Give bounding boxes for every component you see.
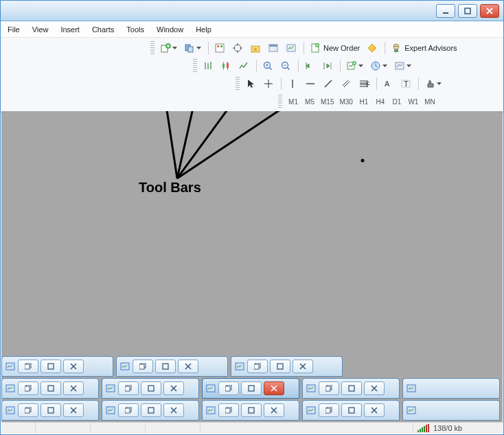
child-window[interactable] (116, 356, 228, 377)
menu-help[interactable]: Help (196, 25, 211, 34)
child-window[interactable] (231, 356, 343, 377)
child-window[interactable] (402, 400, 500, 421)
profiles-button[interactable] (181, 40, 204, 56)
child-close-button[interactable] (264, 403, 284, 417)
child-close-button[interactable] (264, 381, 284, 395)
arrows-button[interactable] (422, 76, 444, 91)
minimize-button[interactable] (436, 4, 455, 18)
child-restore-button[interactable] (18, 403, 38, 417)
fibonacci-button[interactable]: F (356, 76, 372, 91)
child-restore-button[interactable] (218, 403, 239, 417)
child-window[interactable] (202, 400, 299, 421)
market-watch-button[interactable] (211, 40, 228, 56)
child-window[interactable] (302, 400, 400, 421)
equidistant-channel-button[interactable] (338, 76, 354, 91)
child-close-button[interactable] (364, 403, 385, 417)
toolbar-grip[interactable] (236, 77, 240, 91)
child-maximize-button[interactable] (341, 381, 362, 395)
horizontal-line-button[interactable] (302, 76, 319, 91)
toolbar-grip[interactable] (278, 95, 282, 108)
text-button[interactable]: A (380, 76, 396, 91)
toolbar-grip[interactable] (193, 59, 197, 73)
timeframe-mn-button[interactable]: MN (422, 95, 438, 108)
child-restore-button[interactable] (319, 381, 339, 395)
child-maximize-button[interactable] (41, 381, 61, 395)
line-chart-button[interactable] (236, 58, 252, 73)
child-close-button[interactable] (163, 381, 184, 395)
candlestick-button[interactable] (218, 58, 234, 73)
zoom-out-button[interactable] (277, 58, 294, 73)
close-button[interactable] (480, 4, 499, 18)
child-window[interactable] (302, 378, 400, 399)
child-close-button[interactable] (63, 403, 84, 417)
child-window[interactable] (1, 378, 99, 399)
child-close-button[interactable] (63, 360, 84, 373)
child-close-button[interactable] (63, 381, 84, 395)
timeframe-m30-button[interactable]: M30 (336, 95, 355, 108)
timeframe-m1-button[interactable]: M1 (285, 95, 301, 108)
child-window[interactable] (1, 356, 113, 377)
child-restore-button[interactable] (118, 381, 139, 395)
menu-view[interactable]: View (32, 25, 49, 34)
menu-file[interactable]: File (8, 25, 20, 34)
child-maximize-button[interactable] (41, 403, 61, 417)
bar-chart-button[interactable] (200, 58, 216, 73)
child-maximize-button[interactable] (270, 360, 290, 373)
child-restore-button[interactable] (18, 381, 38, 395)
timeframe-h1-button[interactable]: H1 (356, 95, 372, 108)
terminal-button[interactable] (265, 40, 282, 56)
child-maximize-button[interactable] (241, 381, 262, 395)
menu-insert[interactable]: Insert (60, 25, 80, 34)
svg-rect-69 (48, 408, 54, 413)
child-maximize-button[interactable] (141, 381, 161, 395)
strategy-tester-button[interactable] (283, 40, 299, 56)
child-restore-button[interactable] (218, 381, 239, 395)
child-close-button[interactable] (178, 360, 198, 373)
cursor-button[interactable] (242, 76, 259, 91)
menu-window[interactable]: Window (157, 25, 183, 34)
child-close-button[interactable] (364, 381, 385, 395)
timeframe-w1-button[interactable]: W1 (405, 95, 422, 108)
menu-tools[interactable]: Tools (126, 25, 144, 34)
timeframe-m15-button[interactable]: M15 (318, 95, 336, 108)
child-maximize-button[interactable] (41, 360, 61, 373)
vertical-line-button[interactable] (284, 76, 301, 91)
auto-scroll-button[interactable] (301, 58, 318, 73)
crosshair-button[interactable] (260, 76, 277, 91)
child-restore-button[interactable] (18, 360, 38, 373)
metaquotes-button[interactable] (364, 40, 380, 56)
navigator-button[interactable] (247, 40, 264, 56)
chart-shift-button[interactable] (319, 58, 336, 73)
child-close-button[interactable] (293, 360, 313, 373)
child-window-active[interactable] (202, 378, 299, 399)
child-window[interactable] (102, 378, 199, 399)
child-maximize-button[interactable] (155, 360, 176, 373)
expert-advisors-button[interactable]: Expert Advisors (388, 40, 459, 56)
child-restore-button[interactable] (319, 403, 339, 417)
child-window[interactable] (402, 378, 500, 399)
child-restore-button[interactable] (133, 360, 153, 373)
child-window[interactable] (102, 400, 199, 421)
templates-button[interactable] (391, 58, 414, 73)
text-label-button[interactable]: T (398, 76, 414, 91)
zoom-in-button[interactable] (260, 58, 276, 73)
trendline-button[interactable] (320, 76, 336, 91)
new-chart-button[interactable] (157, 40, 180, 56)
timeframe-d1-button[interactable]: D1 (389, 95, 405, 108)
child-restore-button[interactable] (247, 360, 268, 373)
indicators-button[interactable] (343, 58, 366, 73)
child-window[interactable] (1, 400, 99, 421)
toolbar-grip[interactable] (150, 41, 154, 55)
timeframe-h4-button[interactable]: H4 (372, 95, 389, 108)
child-close-button[interactable] (163, 403, 184, 417)
menu-charts[interactable]: Charts (92, 25, 114, 34)
periodicity-button[interactable] (367, 58, 390, 73)
maximize-button[interactable] (458, 4, 477, 18)
timeframe-m5-button[interactable]: M5 (301, 95, 318, 108)
data-window-button[interactable] (229, 40, 246, 56)
child-restore-button[interactable] (118, 403, 139, 417)
child-maximize-button[interactable] (341, 403, 362, 417)
child-maximize-button[interactable] (141, 403, 161, 417)
child-maximize-button[interactable] (241, 403, 262, 417)
new-order-button[interactable]: New Order (307, 40, 363, 56)
